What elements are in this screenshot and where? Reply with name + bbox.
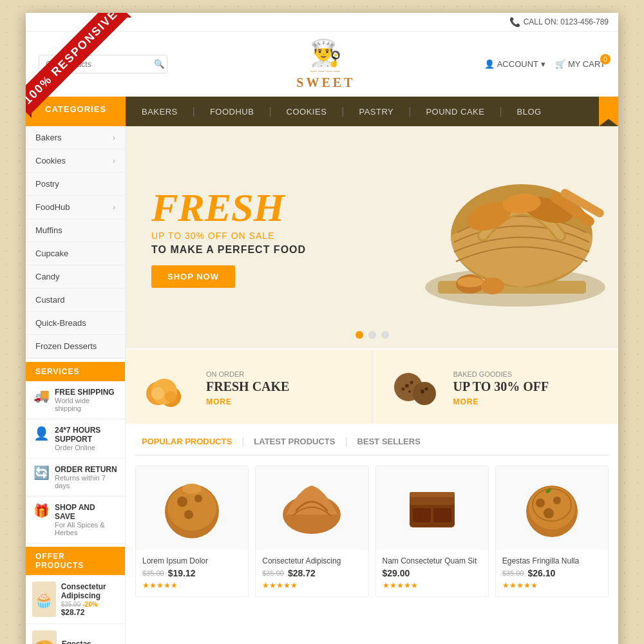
service-item-return: 🔄 ORDER RETURN Returns within 7 days (26, 459, 125, 497)
cart-button[interactable]: 🛒 MY CART 0 (555, 59, 605, 69)
sidebar-item-frozen-desserts[interactable]: Frozen Desserts (26, 335, 125, 358)
promo-label-2: BAKED GOODIES (453, 370, 513, 378)
shop-now-button[interactable]: SHOP NOW (151, 265, 235, 288)
sidebar-item-quick-breads[interactable]: Quick-Breads (26, 312, 125, 335)
svg-point-18 (405, 384, 409, 388)
logo-text: SWEET (296, 75, 355, 90)
product-name-3: Nam Consectetur Quam Sit (383, 556, 482, 565)
product-image-3 (376, 466, 488, 550)
sidebar-item-custard[interactable]: Custard (26, 289, 125, 312)
account-button[interactable]: 👤 ACCOUNT ▾ (484, 59, 545, 69)
nav-link-cookies[interactable]: COOKIES (277, 99, 337, 124)
promo-section: ON ORDER FRESH CAKE MORE (126, 350, 618, 424)
sidebar-item-candy[interactable]: Candy (26, 265, 125, 289)
sidebar-item-postry[interactable]: Postry (26, 173, 125, 196)
support-icon: 👤 (33, 426, 50, 441)
cart-badge: 0 (600, 54, 611, 64)
hero-description: TO MAKE A PERFECT FOOD (151, 244, 306, 256)
dot-1[interactable] (355, 331, 363, 339)
sidebar-item-bakers[interactable]: Bakers › (26, 126, 125, 149)
arrow-icon: › (113, 133, 115, 142)
nav-link-blog[interactable]: BLOG (507, 99, 551, 124)
save-icon: 🎁 (33, 503, 50, 518)
service-subtitle: For All Spices & Herbes (55, 521, 117, 536)
logo-area: 👨‍🍳 〰〰〰〰 SWEET (296, 38, 355, 90)
product-card-1[interactable]: Lorem Ipsum Dolor $35.00 $19.12 ★★★★★ (135, 466, 249, 597)
nav-link-pastry[interactable]: PASTRY (349, 99, 403, 124)
hero-svg (374, 133, 618, 339)
tab-best-sellers[interactable]: BEST SELLERS (351, 433, 427, 450)
svg-point-23 (424, 387, 428, 390)
content-area: FRESH UP TO 30% OFF ON SALE TO MAKE A PE… (126, 126, 618, 644)
svg-point-38 (536, 498, 545, 507)
promo-box-1: ON ORDER FRESH CAKE MORE (126, 350, 372, 424)
responsive-ribbon: 100% RESPONSIVE (26, 13, 142, 129)
product-new-price-1: $19.12 (168, 568, 196, 578)
shipping-icon: 🚚 (33, 388, 50, 403)
svg-rect-35 (410, 492, 455, 497)
dot-2[interactable] (368, 331, 376, 339)
product-card-2[interactable]: Consectetur Adipiscing $35.00 $28.72 ★★★… (255, 466, 368, 597)
new-price: $28.72 (61, 608, 85, 617)
svg-point-10 (457, 277, 483, 287)
nav-links: BAKERS | FOODHUB | COOKIES | PASTRY | PO… (126, 97, 558, 126)
sidebar-item-foodhub[interactable]: FoodHub › (26, 196, 125, 219)
logo-icon: 👨‍🍳 (296, 38, 355, 68)
promo-title-1: FRESH CAKE (206, 379, 289, 394)
tab-latest-products[interactable]: LATEST PRODUCTS (247, 433, 341, 450)
products-section: POPULAR PRODUCTS | LATEST PRODUCTS | BES… (126, 424, 618, 607)
svg-point-40 (544, 508, 554, 518)
hero-dots (355, 331, 389, 339)
product-card-4[interactable]: Egestas Fringilla Nulla $35.00 $26.10 ★★… (495, 466, 609, 597)
search-button[interactable]: 🔍 (149, 55, 167, 73)
svg-point-21 (408, 390, 411, 393)
product-image-2 (256, 466, 368, 550)
product-old-price-1: $35.00 (142, 569, 164, 577)
svg-point-20 (401, 387, 404, 390)
sidebar-categories: Bakers › Cookies › Postry FoodHub › Muff… (26, 126, 125, 359)
svg-point-27 (194, 495, 202, 502)
product-stars-3: ★★★★★ (383, 581, 482, 590)
promo-label-1: ON ORDER (206, 370, 244, 378)
service-title: 24*7 HOURS SUPPORT (55, 426, 117, 444)
account-label: ACCOUNT (497, 59, 538, 69)
offer-name-1: Consectetur Adipiscing (61, 582, 118, 600)
sidebar-item-muffins[interactable]: Muffins (26, 219, 125, 242)
call-info: 📞 CALL ON: 0123-456-789 (509, 17, 609, 27)
product-name-1: Lorem Ipsum Dolor (142, 556, 242, 565)
svg-rect-33 (413, 508, 431, 522)
promo-more-2[interactable]: MORE (453, 397, 549, 406)
phone-icon: 📞 (509, 17, 520, 27)
nav-link-foodhub[interactable]: FOODHUB (200, 99, 264, 124)
service-subtitle: Returns within 7 days (55, 474, 117, 489)
hero-banner: FRESH UP TO 30% OFF ON SALE TO MAKE A PE… (126, 126, 618, 348)
product-card-3[interactable]: Nam Consectetur Quam Sit $29.00 ★★★★★ (375, 466, 489, 597)
products-tabs: POPULAR PRODUCTS | LATEST PRODUCTS | BES… (135, 433, 609, 456)
svg-point-17 (413, 382, 436, 405)
service-title: SHOP AND SAVE (55, 503, 117, 521)
svg-point-28 (184, 510, 193, 519)
product-old-price-2: $35.00 (262, 569, 284, 577)
svg-point-22 (421, 390, 424, 393)
tab-popular-products[interactable]: POPULAR PRODUCTS (135, 433, 238, 450)
product-new-price-3: $29.00 (383, 568, 410, 578)
product-name-4: Egestas Fringilla Nulla (502, 556, 601, 565)
svg-point-26 (177, 497, 187, 507)
dot-3[interactable] (381, 331, 389, 339)
service-item-support: 👤 24*7 HOURS SUPPORT Order Online (26, 419, 125, 459)
svg-point-15 (165, 391, 176, 402)
sidebar-item-cookies[interactable]: Cookies › (26, 149, 125, 173)
sidebar-item-cupcake[interactable]: Cupcake (26, 242, 125, 265)
nav-link-pound-cake[interactable]: POUND CAKE (416, 99, 494, 124)
hero-image (374, 133, 605, 332)
hero-title: FRESH (151, 187, 306, 227)
service-item-shipping: 🚚 FREE SHIPPING World wide shipping (26, 381, 125, 419)
svg-point-9 (481, 278, 504, 294)
offer-item-2[interactable]: 🍞 Egestas Fringilla Nulla (26, 624, 125, 644)
promo-more-1[interactable]: MORE (206, 397, 289, 406)
promo-title-2: UP TO 30% OFF (453, 379, 549, 394)
cookies-svg (389, 365, 440, 410)
offer-price-1: $35.00 -20% $28.72 (61, 600, 118, 617)
product-name-2: Consectetur Adipiscing (262, 556, 361, 565)
offer-item-1[interactable]: 🧁 Consectetur Adipiscing $35.00 -20% $28… (26, 575, 125, 624)
